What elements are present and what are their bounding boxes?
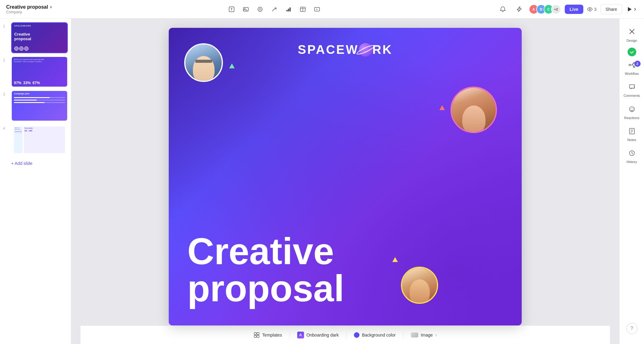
- svg-point-15: [589, 8, 590, 10]
- slide-num-3: 3: [3, 90, 9, 97]
- sidebar-item-history[interactable]: History: [621, 146, 643, 167]
- sidebar-item-notes[interactable]: Notes: [621, 124, 643, 145]
- sidebar-item-comments[interactable]: Comments: [621, 80, 643, 101]
- svg-rect-2: [243, 7, 248, 11]
- presenter-avatar-3: [401, 267, 438, 304]
- app-subtitle: Company: [6, 10, 52, 14]
- slide-item-4[interactable]: 4 Welcome back, Jane. Case study 2K: [3, 124, 68, 155]
- slide-title: Creative proposal: [187, 233, 344, 307]
- check-circle-icon: [628, 48, 636, 56]
- embed-tool-button[interactable]: [311, 3, 323, 15]
- text-tool-button[interactable]: T: [225, 3, 238, 15]
- slide-canvas[interactable]: SPACEW RK Creative proposal: [169, 28, 522, 325]
- topbar-left: Creative proposal ▾ Company: [6, 4, 52, 14]
- title-chevron[interactable]: ▾: [50, 5, 52, 10]
- canvas-area: SPACEW RK Creative proposal: [71, 19, 619, 344]
- workflow-badge: 2: [634, 61, 641, 67]
- table-tool-button[interactable]: [297, 3, 309, 15]
- sidebar-item-design[interactable]: Design: [621, 25, 643, 46]
- add-slide-button[interactable]: + Add slide: [3, 158, 68, 167]
- slide-item-1[interactable]: 1 SPACEWORK Creativeproposal: [3, 22, 68, 53]
- svg-point-4: [258, 7, 262, 11]
- toolbar-divider-3: [403, 331, 403, 339]
- presenter-avatar-1: [184, 43, 223, 82]
- slide-num-4: 4: [3, 124, 9, 131]
- theme-icon: A: [297, 332, 304, 338]
- svg-rect-17: [254, 333, 256, 335]
- collaborator-count: +2: [551, 4, 561, 14]
- bg-color-label: Background color: [362, 333, 396, 338]
- notes-label: Notes: [627, 138, 636, 142]
- slide-thumb-1[interactable]: SPACEWORK Creativeproposal: [11, 22, 68, 53]
- live-button[interactable]: Live: [565, 5, 583, 14]
- slide-logo: SPACEW RK: [298, 43, 393, 57]
- sidebar-item-workflow[interactable]: Workflow 2: [621, 58, 643, 79]
- topbar-right: A B C +2 Live 3 Share: [497, 3, 638, 15]
- comments-label: Comments: [624, 94, 640, 98]
- svg-rect-18: [257, 333, 259, 335]
- slide-num-1: 1: [3, 22, 9, 28]
- slide-thumb-2[interactable]: Backup your argument with supporting dat…: [11, 56, 68, 87]
- history-icon: [628, 149, 636, 158]
- app-title: Creative proposal: [6, 4, 48, 10]
- svg-rect-8: [288, 9, 289, 11]
- active-check: [628, 48, 636, 56]
- design-icon: [628, 28, 636, 37]
- slide-thumb-3[interactable]: Campaign plan: [11, 90, 68, 121]
- bg-color-dot: [354, 332, 359, 338]
- svg-rect-9: [289, 7, 291, 11]
- theme-button[interactable]: A Onboarding dark: [292, 329, 344, 341]
- workflow-label: Workflow: [625, 72, 639, 76]
- slide-item-2[interactable]: 2 Backup your argument with supporting d…: [3, 56, 68, 87]
- design-label: Design: [626, 39, 637, 43]
- svg-point-28: [633, 108, 633, 109]
- bottom-toolbar: Templates A Onboarding dark Background c…: [80, 325, 610, 344]
- history-label: History: [626, 160, 637, 164]
- view-number: 3: [594, 7, 597, 12]
- share-button[interactable]: Share: [600, 4, 622, 14]
- templates-icon: [254, 332, 260, 338]
- main-area: 1 SPACEWORK Creativeproposal: [0, 19, 644, 344]
- theme-label: Onboarding dark: [307, 333, 339, 338]
- draw-tool-button[interactable]: [268, 3, 281, 15]
- image-label: Image: [421, 333, 433, 338]
- play-button[interactable]: [626, 6, 638, 13]
- image-tool-button[interactable]: [240, 3, 252, 15]
- toolbar-divider-2: [346, 331, 346, 339]
- topbar: Creative proposal ▾ Company T: [0, 0, 644, 19]
- quick-action-button[interactable]: [513, 3, 525, 15]
- views-count: 3: [587, 6, 597, 12]
- bg-color-button[interactable]: Background color: [349, 330, 401, 340]
- comments-icon: [628, 83, 636, 92]
- reactions-icon: [628, 105, 636, 114]
- image-preview: [411, 333, 418, 338]
- help-section: ?: [626, 323, 637, 338]
- svg-point-6: [275, 7, 276, 9]
- svg-rect-20: [257, 335, 259, 338]
- sidebar-item-reactions[interactable]: Reactions: [621, 102, 643, 123]
- svg-marker-14: [316, 9, 318, 10]
- svg-point-27: [631, 108, 631, 109]
- right-sidebar: Design Workflow 2 Comments: [619, 19, 644, 344]
- help-icon: ?: [630, 326, 633, 331]
- topbar-tools: T: [225, 3, 323, 15]
- slide-item-3[interactable]: 3 Campaign plan: [3, 90, 68, 121]
- app-title-group: Creative proposal ▾ Company: [6, 4, 52, 14]
- shapes-tool-button[interactable]: [254, 3, 266, 15]
- slide-panel: 1 SPACEWORK Creativeproposal: [0, 19, 71, 344]
- chevron-right-icon: ›: [435, 332, 437, 338]
- svg-rect-7: [286, 10, 288, 11]
- presenter-avatar-2: [450, 87, 497, 133]
- reactions-label: Reactions: [624, 116, 639, 120]
- templates-label: Templates: [262, 333, 282, 338]
- notes-icon: [628, 127, 636, 136]
- image-button[interactable]: Image ›: [406, 330, 442, 340]
- chart-tool-button[interactable]: [282, 3, 295, 15]
- slide-thumb-4[interactable]: Welcome back, Jane. Case study 2K 14K: [11, 124, 68, 155]
- help-button[interactable]: ?: [626, 323, 637, 334]
- notification-button[interactable]: [497, 3, 509, 15]
- svg-marker-16: [628, 7, 632, 11]
- svg-text:T: T: [231, 8, 233, 11]
- templates-button[interactable]: Templates: [249, 329, 287, 341]
- toolbar-divider-1: [289, 331, 290, 339]
